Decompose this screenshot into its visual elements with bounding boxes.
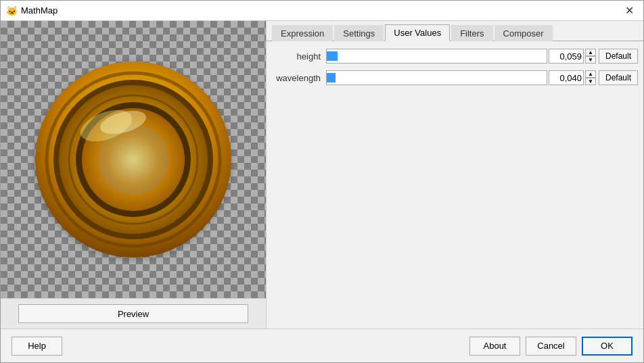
preview-button-area: Preview <box>1 298 266 329</box>
preview-area <box>1 21 266 298</box>
uv-slider-track-wavelength <box>327 73 336 82</box>
title-bar: 🐱 MathMap ✕ <box>1 1 643 21</box>
main-content: Preview Expression Settings User Values … <box>1 21 643 329</box>
tab-filters[interactable]: Filters <box>451 25 492 41</box>
help-button[interactable]: Help <box>12 337 62 356</box>
bottom-bar: Help About Cancel OK <box>1 329 643 362</box>
tab-composer[interactable]: Composer <box>495 25 553 41</box>
right-panel: Expression Settings User Values Filters … <box>267 21 643 329</box>
bottom-left: Help <box>12 337 62 356</box>
preview-button[interactable]: Preview <box>18 304 248 323</box>
cancel-button[interactable]: Cancel <box>526 337 576 356</box>
tab-content-user-values: height ▲ ▼ Default wavelength <box>267 41 643 329</box>
tab-expression[interactable]: Expression <box>272 25 333 41</box>
uv-label-height: height <box>272 51 326 62</box>
tabs-bar: Expression Settings User Values Filters … <box>267 21 643 41</box>
uv-spinner-height: ▲ ▼ <box>585 49 596 64</box>
bottom-right: About Cancel OK <box>469 337 632 356</box>
uv-label-wavelength: wavelength <box>272 73 326 83</box>
uv-spin-up-wavelength[interactable]: ▲ <box>585 70 596 78</box>
torus-image <box>25 51 242 268</box>
ok-button[interactable]: OK <box>582 337 632 356</box>
uv-spin-down-wavelength[interactable]: ▼ <box>585 78 596 85</box>
uv-slider-height[interactable] <box>326 49 547 64</box>
uv-spinner-wavelength: ▲ ▼ <box>585 70 596 85</box>
uv-value-height[interactable] <box>549 49 584 64</box>
left-panel: Preview <box>1 21 267 329</box>
torus-container <box>25 51 242 268</box>
uv-default-height[interactable]: Default <box>599 49 638 64</box>
close-button[interactable]: ✕ <box>620 4 638 18</box>
user-value-row-wavelength: wavelength ▲ ▼ Default <box>272 68 638 87</box>
tab-settings[interactable]: Settings <box>334 25 384 41</box>
tab-user-values[interactable]: User Values <box>385 24 450 41</box>
about-button[interactable]: About <box>469 337 520 356</box>
uv-value-wavelength[interactable] <box>549 70 584 85</box>
uv-slider-wavelength[interactable] <box>326 70 547 85</box>
uv-spin-up-height[interactable]: ▲ <box>585 49 596 56</box>
main-window: 🐱 MathMap ✕ <box>0 0 644 363</box>
uv-spin-down-height[interactable]: ▼ <box>585 56 596 64</box>
window-title: MathMap <box>21 5 620 16</box>
user-value-row-height: height ▲ ▼ Default <box>272 47 638 66</box>
uv-slider-track-height <box>327 51 338 61</box>
uv-default-wavelength[interactable]: Default <box>599 70 638 85</box>
app-icon: 🐱 <box>6 5 17 16</box>
